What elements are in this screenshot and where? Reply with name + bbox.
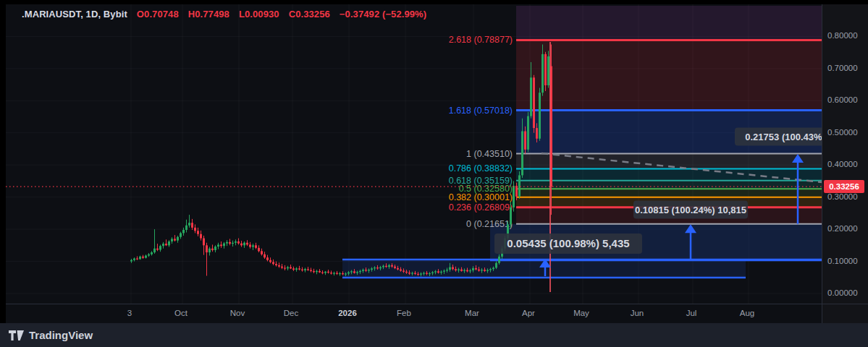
ohlc-close: C0.33256 <box>289 9 330 20</box>
fib-label-0.382: 0.382 (0.30001) <box>449 192 513 202</box>
svg-text:0.10815 (100.24%) 10,815: 0.10815 (100.24%) 10,815 <box>635 205 746 215</box>
fib-bands[interactable] <box>516 6 822 224</box>
fib-label-1.618: 1.618 (0.57018) <box>449 106 513 116</box>
svg-text:0.05435 (100.98%) 5,435: 0.05435 (100.98%) 5,435 <box>507 237 629 249</box>
chart-canvas[interactable]: 2.618 (0.78877)1.618 (0.57018)1 (0.43510… <box>0 0 868 323</box>
measure-label[interactable]: 0.05435 (100.98%) 5,435 <box>494 234 642 254</box>
svg-text:0.21753 (100.43%) 2: 0.21753 (100.43%) 2 <box>745 132 833 142</box>
fib-label-0: 0 (0.21651) <box>466 219 513 229</box>
symbol-info-bar: .MARIAUSDT, 1D, Bybit O0.70748 H0.77498 … <box>22 9 426 20</box>
plot-area[interactable]: 2.618 (0.78877)1.618 (0.57018)1 (0.43510… <box>6 4 843 304</box>
ohlc-change: −0.37492 (−52.99%) <box>340 9 426 20</box>
candlestick-series <box>130 45 552 277</box>
footer-bar: TradingView <box>0 323 868 347</box>
channel-box[interactable] <box>342 260 822 278</box>
fib-label-1: 1 (0.43510) <box>466 149 513 159</box>
tradingview-chart-window: 0.800000.700000.600000.500000.400000.300… <box>0 0 868 347</box>
symbol-title[interactable]: .MARIAUSDT, 1D, Bybit <box>22 9 127 20</box>
fib-label-2.618: 2.618 (0.78877) <box>449 35 513 45</box>
tradingview-logo-icon <box>9 330 24 340</box>
ohlc-low: L0.00930 <box>239 9 279 20</box>
measure-label[interactable]: 0.10815 (100.24%) 10,815 <box>633 201 748 219</box>
fib-label-0.786: 0.786 (0.38832) <box>449 163 513 174</box>
tradingview-logo-text: TradingView <box>29 329 93 341</box>
ohlc-high: H0.77498 <box>188 9 229 20</box>
ohlc-open: O0.70748 <box>137 9 179 20</box>
tradingview-logo[interactable]: TradingView <box>9 329 93 341</box>
measure-label[interactable]: 0.21753 (100.43%) 2 <box>735 128 843 146</box>
fib-label-0.236: 0.236 (0.26809) <box>449 202 513 213</box>
